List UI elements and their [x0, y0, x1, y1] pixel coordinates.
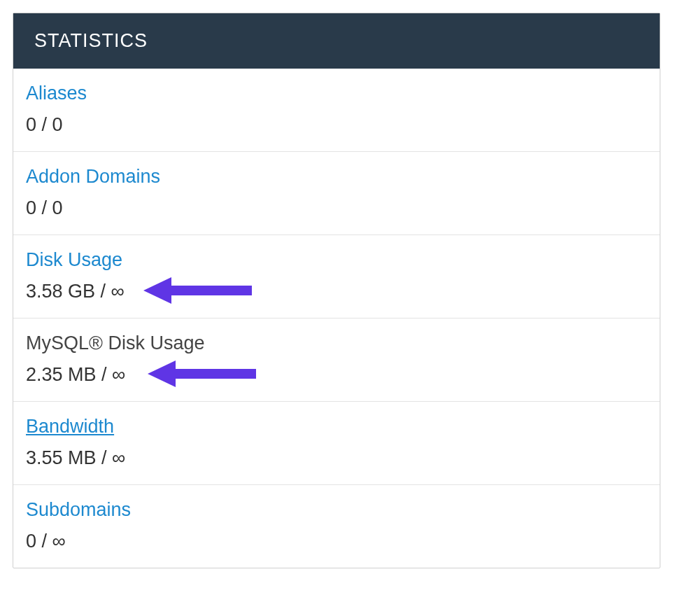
stat-value-mysql-disk-usage: 2.35 MB / ∞ [26, 364, 647, 386]
stat-row-addon-domains: Addon Domains 0 / 0 [13, 152, 660, 235]
stat-label-subdomains[interactable]: Subdomains [26, 499, 131, 521]
statistics-panel: STATISTICS Aliases 0 / 0 Addon Domains 0… [13, 13, 660, 568]
stat-row-aliases: Aliases 0 / 0 [13, 69, 660, 152]
stat-label-bandwidth[interactable]: Bandwidth [26, 416, 114, 438]
stat-label-addon-domains[interactable]: Addon Domains [26, 166, 160, 188]
stat-value-disk-usage: 3.58 GB / ∞ [26, 281, 647, 302]
stat-value-aliases: 0 / 0 [26, 114, 647, 136]
stat-label-mysql-disk-usage: MySQL® Disk Usage [26, 332, 204, 354]
stat-row-mysql-disk-usage: MySQL® Disk Usage 2.35 MB / ∞ [13, 318, 660, 402]
arrow-left-icon [143, 276, 252, 305]
stat-row-subdomains: Subdomains 0 / ∞ [13, 485, 660, 568]
stat-row-disk-usage: Disk Usage 3.58 GB / ∞ [13, 235, 660, 318]
panel-title: STATISTICS [13, 13, 660, 69]
svg-marker-1 [148, 360, 256, 387]
stat-label-aliases[interactable]: Aliases [26, 83, 87, 104]
arrow-left-icon [148, 359, 256, 388]
stat-value-addon-domains: 0 / 0 [26, 197, 647, 219]
stat-row-bandwidth: Bandwidth 3.55 MB / ∞ [13, 402, 660, 485]
stat-label-disk-usage[interactable]: Disk Usage [26, 249, 122, 271]
stat-value-subdomains: 0 / ∞ [26, 531, 647, 552]
svg-marker-0 [143, 277, 252, 304]
stat-value-bandwidth: 3.55 MB / ∞ [26, 447, 647, 469]
